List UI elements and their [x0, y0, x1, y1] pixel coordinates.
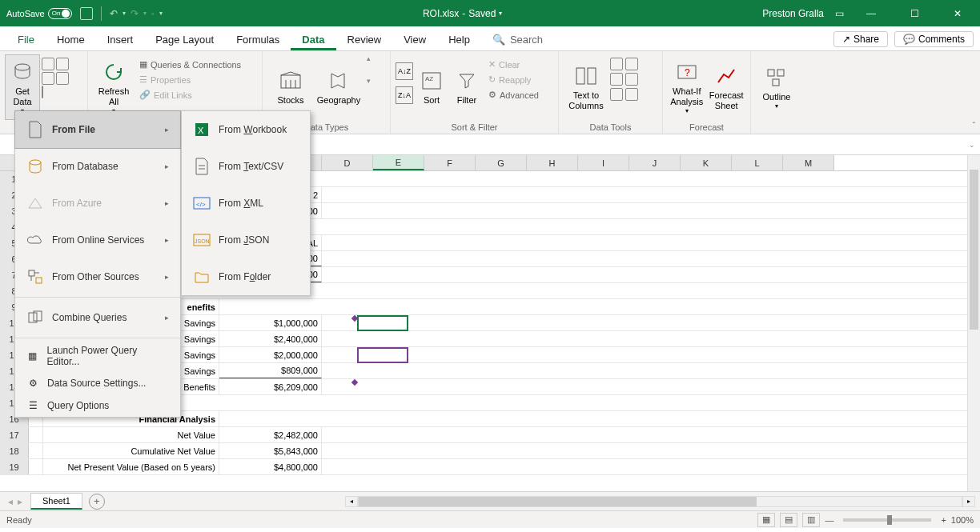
- sort-button[interactable]: AZ Sort: [415, 54, 448, 120]
- filter-button[interactable]: Filter: [450, 54, 484, 120]
- geography-button[interactable]: Geography: [315, 54, 362, 120]
- tab-view[interactable]: View: [392, 29, 437, 50]
- cell[interactable]: $2,400,000: [219, 331, 322, 346]
- page-break-button[interactable]: ▥: [802, 513, 820, 527]
- queries-connections-button[interactable]: ▦Queries & Connections: [136, 58, 244, 71]
- cell[interactable]: $809,000: [219, 363, 322, 378]
- cell[interactable]: $2,482,000: [219, 427, 322, 442]
- cell[interactable]: $2,000,000: [219, 347, 322, 362]
- scroll-up-icon[interactable]: ▴: [367, 54, 371, 62]
- zoom-out-button[interactable]: —: [825, 515, 833, 525]
- ribbon-display-icon[interactable]: ▭: [835, 8, 844, 19]
- redo-icon[interactable]: ↷: [131, 8, 139, 19]
- sheet-tab[interactable]: Sheet1: [30, 493, 82, 510]
- minimize-button[interactable]: —: [855, 0, 887, 26]
- col-header[interactable]: M: [783, 155, 834, 170]
- text-to-columns-button[interactable]: Text to Columns: [564, 54, 608, 120]
- zoom-in-button[interactable]: +: [941, 515, 946, 525]
- cell[interactable]: Net Present Value (Based on 5 years): [43, 459, 219, 474]
- cell[interactable]: $6,209,000: [219, 379, 322, 394]
- col-header[interactable]: H: [527, 155, 578, 170]
- tab-review[interactable]: Review: [336, 29, 393, 50]
- recent-sources-icon[interactable]: [56, 72, 69, 85]
- touch-mode-icon[interactable]: ◦: [151, 8, 155, 19]
- col-header[interactable]: E: [373, 155, 424, 170]
- col-header[interactable]: J: [629, 155, 681, 170]
- row-header[interactable]: 18: [0, 443, 29, 458]
- existing-connections-icon[interactable]: [42, 86, 43, 98]
- data-validation-icon[interactable]: [610, 73, 623, 86]
- menu-from-file[interactable]: From File ▸: [14, 110, 181, 149]
- remove-duplicates-icon[interactable]: [625, 58, 638, 70]
- cell[interactable]: Cumulative Net Value: [43, 443, 219, 458]
- tab-help[interactable]: Help: [437, 29, 481, 50]
- page-layout-button[interactable]: ▤: [780, 513, 797, 527]
- folder-icon: [193, 268, 211, 286]
- cell[interactable]: $4,800,000: [219, 459, 322, 474]
- tab-page-layout[interactable]: Page Layout: [144, 29, 225, 50]
- advanced-button[interactable]: ⚙Advanced: [485, 88, 542, 102]
- menu-data-source-settings[interactable]: ⚙ Data Source Settings...: [15, 372, 180, 394]
- col-header[interactable]: I: [578, 155, 629, 170]
- forecast-sheet-button[interactable]: Forecast Sheet: [708, 54, 746, 120]
- vertical-scrollbar[interactable]: [967, 155, 980, 491]
- expand-formula-icon[interactable]: ⌄: [969, 141, 975, 149]
- outline-button[interactable]: Outline ▾: [756, 54, 797, 120]
- comments-button[interactable]: 💬 Comments: [894, 31, 974, 47]
- relationships-icon[interactable]: [610, 88, 623, 101]
- menu-from-json[interactable]: JSON From JSON: [182, 222, 310, 258]
- zoom-slider[interactable]: [843, 518, 931, 522]
- menu-combine[interactable]: Combine Queries ▸: [15, 299, 180, 336]
- undo-icon[interactable]: ↶: [110, 8, 118, 19]
- tab-home[interactable]: Home: [46, 29, 96, 50]
- cell[interactable]: $1,000,000: [219, 315, 322, 330]
- tab-insert[interactable]: Insert: [96, 29, 145, 50]
- consolidate-icon[interactable]: [625, 73, 638, 86]
- menu-from-online[interactable]: From Online Services ▸: [15, 222, 180, 258]
- maximize-button[interactable]: ☐: [898, 0, 930, 26]
- svg-rect-16: [36, 278, 42, 283]
- menu-from-workbook[interactable]: X From Workbook: [182, 111, 310, 148]
- tab-data[interactable]: Data: [291, 29, 335, 50]
- col-header[interactable]: L: [732, 155, 783, 170]
- collapse-ribbon-icon[interactable]: ˆ: [973, 122, 975, 130]
- sheet-next-icon[interactable]: ▸: [18, 496, 22, 507]
- col-header[interactable]: G: [476, 155, 527, 170]
- add-sheet-button[interactable]: +: [89, 494, 105, 510]
- user-name[interactable]: Preston Gralla: [762, 8, 824, 19]
- sort-az-button[interactable]: A↓Z: [396, 62, 413, 80]
- sheet-prev-icon[interactable]: ◂: [8, 496, 13, 507]
- row-header[interactable]: 19: [0, 459, 29, 474]
- autosave-toggle[interactable]: AutoSave On: [6, 8, 72, 19]
- menu-from-database[interactable]: From Database ▸: [15, 148, 180, 185]
- col-header[interactable]: K: [681, 155, 732, 170]
- menu-query-options[interactable]: ☰ Query Options: [15, 394, 180, 417]
- flash-fill-icon[interactable]: [610, 58, 623, 70]
- close-button[interactable]: ✕: [942, 0, 974, 26]
- menu-from-xml[interactable]: </> From XML: [182, 185, 310, 222]
- cell[interactable]: Net Value: [43, 427, 219, 442]
- tab-file[interactable]: File: [6, 29, 46, 50]
- tab-formulas[interactable]: Formulas: [225, 29, 291, 50]
- share-button[interactable]: ↗ Share: [833, 31, 888, 47]
- col-header[interactable]: F: [424, 155, 476, 170]
- menu-launch-pq[interactable]: ▦ Launch Power Query Editor...: [15, 340, 180, 372]
- menu-from-other[interactable]: From Other Sources ▸: [15, 258, 180, 295]
- normal-view-button[interactable]: ▦: [757, 513, 775, 527]
- from-text-icon[interactable]: [42, 58, 54, 70]
- col-header[interactable]: D: [322, 155, 373, 170]
- scroll-down-icon[interactable]: ▾: [367, 77, 371, 85]
- zoom-level[interactable]: 100%: [951, 515, 974, 525]
- whatif-button[interactable]: ? What-If Analysis ▾: [668, 54, 706, 120]
- from-table-icon[interactable]: [42, 72, 54, 85]
- menu-from-textcsv[interactable]: From Text/CSV: [182, 148, 310, 185]
- cell[interactable]: $5,843,000: [219, 443, 322, 458]
- menu-from-folder[interactable]: From Folder: [182, 258, 310, 295]
- save-icon[interactable]: [80, 7, 93, 20]
- horizontal-scrollbar[interactable]: ◂ ▸: [345, 496, 975, 507]
- from-web-icon[interactable]: [56, 58, 69, 70]
- data-model-icon[interactable]: [625, 88, 638, 101]
- sort-za-button[interactable]: Z↓A: [396, 86, 413, 104]
- tab-search[interactable]: 🔍 Search: [481, 29, 554, 50]
- row-header[interactable]: 17: [0, 427, 29, 442]
